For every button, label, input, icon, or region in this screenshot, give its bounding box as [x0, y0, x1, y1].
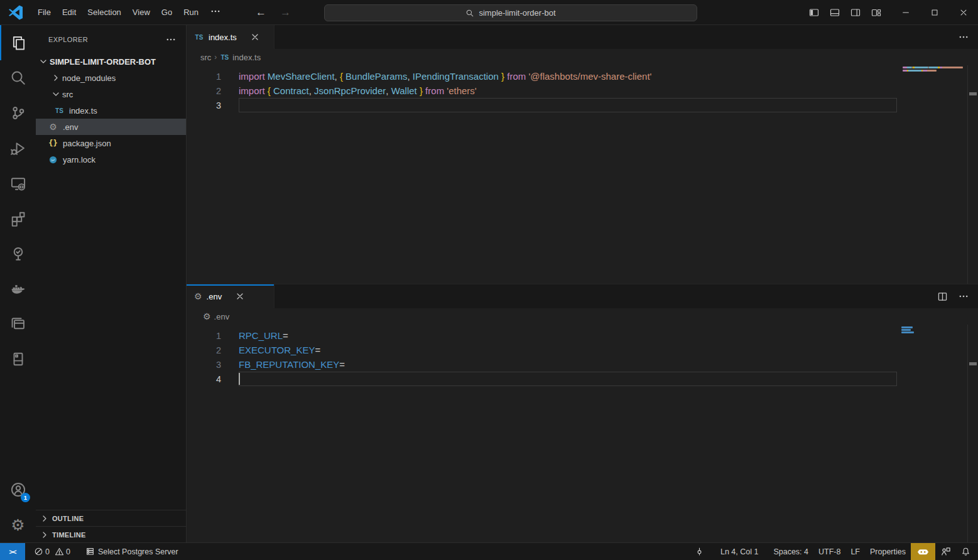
tab-env[interactable]: ⚙ .env — [187, 284, 274, 308]
gear-icon: ⚙ — [194, 292, 202, 301]
postgres-label: Select Postgres Server — [98, 547, 178, 556]
activity-database-panel[interactable] — [0, 342, 36, 377]
code-line-3[interactable]: 3 — [187, 98, 978, 112]
chevron-right-icon — [51, 73, 61, 83]
ruler-cursor-marker — [969, 362, 977, 365]
indentation-status[interactable]: Spaces: 4 — [768, 543, 813, 560]
current-line-highlight — [239, 372, 897, 386]
language-mode-status[interactable]: Properties — [865, 543, 911, 560]
server-icon — [85, 547, 95, 556]
database-panel-icon — [10, 351, 26, 367]
minimize-button[interactable] — [891, 0, 920, 25]
minimap[interactable] — [903, 67, 972, 72]
root-folder-label: SIMPLE-LIMIT-ORDER-BOT — [50, 57, 156, 67]
remote-indicator[interactable]: >< — [0, 543, 25, 560]
explorer-item-.env[interactable]: ⚙.env — [36, 119, 186, 135]
menu-selection[interactable]: Selection — [82, 4, 126, 20]
cursor-position-status[interactable]: Ln 4, Col 1 — [715, 543, 763, 560]
activity-remote-explorer[interactable] — [0, 166, 36, 201]
text-cursor — [239, 373, 240, 385]
command-center-search[interactable]: simple-limit-order-bot — [324, 4, 697, 21]
activity-search[interactable] — [0, 60, 36, 95]
split-editor-icon[interactable] — [937, 291, 948, 302]
toggle-secondary-sidebar-icon[interactable] — [850, 8, 861, 18]
line-content: EXECUTOR_KEY= — [239, 345, 320, 355]
error-icon — [34, 547, 43, 556]
search-icon — [10, 70, 26, 86]
menu-file[interactable]: File — [32, 4, 57, 20]
overview-ruler — [967, 65, 978, 284]
toggle-panel-icon[interactable] — [830, 8, 840, 18]
tab-index-ts[interactable]: TS index.ts — [187, 25, 274, 49]
breadcrumb-file[interactable]: ⚙ .env — [203, 312, 229, 321]
code-editor-index-ts[interactable]: 1import MevShareClient, { BundleParams, … — [187, 65, 978, 112]
tab-label: index.ts — [209, 33, 237, 42]
explorer-item-src[interactable]: src — [36, 86, 186, 102]
activity-window-stack[interactable] — [0, 306, 36, 342]
item-label: .env — [63, 122, 79, 132]
menu-more-icon[interactable] — [204, 3, 227, 22]
feedback-icon — [940, 546, 951, 557]
copilot-status[interactable] — [911, 543, 935, 560]
chevron-right-icon — [40, 514, 50, 524]
activity-settings-gear[interactable]: ⚙ — [0, 507, 36, 542]
editor-actions-more-icon[interactable] — [958, 31, 969, 43]
code-line-3[interactable]: 3FB_REPUTATION_KEY= — [187, 357, 978, 372]
activity-ellipsis[interactable] — [0, 377, 36, 412]
menu-run[interactable]: Run — [178, 4, 204, 20]
explorer-more-icon[interactable] — [165, 33, 177, 46]
code-line-2[interactable]: 2import { Contract, JsonRpcProvider, Wal… — [187, 83, 978, 98]
toggle-sidebar-icon[interactable] — [809, 8, 819, 18]
timeline-section[interactable]: TIMELINE — [36, 526, 186, 542]
code-line-4[interactable]: 4 — [187, 372, 978, 386]
maximize-button[interactable] — [920, 0, 949, 25]
gear-icon: ⚙ — [48, 122, 58, 132]
activity-tree-check[interactable] — [0, 236, 36, 271]
tab-close-icon[interactable] — [250, 32, 260, 42]
activity-extensions[interactable] — [0, 201, 36, 236]
customize-layout-icon[interactable] — [871, 8, 881, 18]
encoding-status[interactable]: UTF-8 — [813, 543, 845, 560]
minimap[interactable] — [901, 326, 970, 334]
ports-status[interactable] — [690, 543, 709, 560]
notifications-status[interactable] — [956, 543, 978, 560]
menu-go[interactable]: Go — [156, 4, 178, 20]
menu-view[interactable]: View — [127, 4, 156, 20]
activity-docker[interactable] — [0, 271, 36, 306]
ts-icon: TS — [194, 34, 204, 41]
outline-section[interactable]: OUTLINE — [36, 510, 186, 526]
command-center-label: simple-limit-order-bot — [479, 8, 555, 18]
gear-icon: ⚙ — [203, 312, 211, 321]
close-button[interactable] — [949, 0, 978, 25]
line-content: import { Contract, JsonRpcProvider, Wall… — [239, 85, 477, 96]
eol-status[interactable]: LF — [845, 543, 865, 560]
braces-icon: {} — [48, 138, 58, 149]
tree-root-folder[interactable]: SIMPLE-LIMIT-ORDER-BOT — [36, 53, 186, 70]
breadcrumb-folder[interactable]: src — [200, 53, 211, 62]
activity-run-debug[interactable] — [0, 131, 36, 166]
explorer-item-yarn.lock[interactable]: yarn.lock — [36, 151, 186, 168]
feedback-status[interactable] — [935, 543, 956, 560]
code-line-1[interactable]: 1import MevShareClient, { BundleParams, … — [187, 69, 978, 83]
activity-source-control[interactable] — [0, 95, 36, 131]
editor-actions-more-icon[interactable] — [958, 291, 969, 302]
search-icon — [465, 9, 474, 18]
current-line-highlight — [239, 98, 897, 112]
code-line-1[interactable]: 1RPC_URL= — [187, 328, 978, 343]
code-editor-env[interactable]: 1RPC_URL=2EXECUTOR_KEY=3FB_REPUTATION_KE… — [187, 325, 978, 386]
tab-close-icon[interactable] — [235, 291, 245, 301]
explorer-item-index.ts[interactable]: TSindex.ts — [36, 102, 186, 119]
explorer-item-node_modules[interactable]: node_modules — [36, 70, 186, 86]
activity-files[interactable] — [0, 25, 36, 60]
postgres-server-status[interactable]: Select Postgres Server — [80, 543, 183, 560]
problems-status[interactable]: 0 0 — [29, 543, 75, 560]
back-arrow-icon[interactable]: ← — [256, 6, 266, 19]
menu-edit[interactable]: Edit — [57, 4, 82, 20]
activity-accounts[interactable]: 1 — [0, 472, 36, 507]
code-line-2[interactable]: 2EXECUTOR_KEY= — [187, 343, 978, 357]
breadcrumb-file[interactable]: TS index.ts — [220, 53, 261, 62]
explorer-item-package.json[interactable]: {}package.json — [36, 135, 186, 151]
chevron-down-icon — [38, 57, 48, 67]
outline-label: OUTLINE — [52, 515, 84, 522]
remote-icon: >< — [9, 548, 16, 556]
